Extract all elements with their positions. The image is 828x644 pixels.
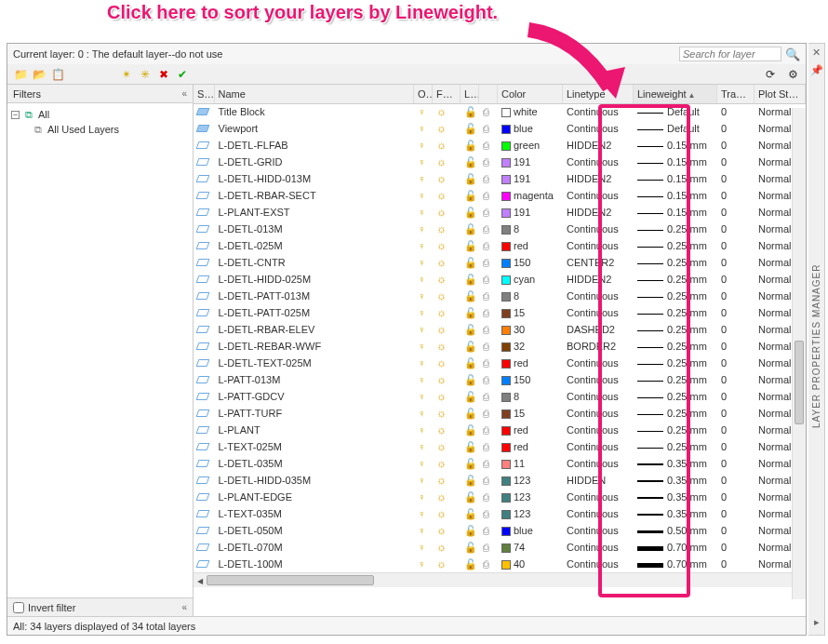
cell-name[interactable]: L-DETL-PATT-025M <box>214 304 414 321</box>
sun-icon[interactable]: ☼ <box>436 289 447 302</box>
cell-linetype[interactable]: Continuous <box>563 455 634 472</box>
lightbulb-icon[interactable]: ♀ <box>418 207 425 218</box>
cell-linetype[interactable]: Continuous <box>563 539 634 556</box>
lock-icon[interactable]: 🔓 <box>464 274 477 285</box>
lightbulb-icon[interactable]: ♀ <box>418 324 425 335</box>
lock-icon[interactable]: 🔓 <box>464 458 477 469</box>
menu-icon[interactable]: ▸ <box>814 616 820 631</box>
lightbulb-icon[interactable]: ♀ <box>418 441 425 452</box>
lock-icon[interactable]: 🔓 <box>464 508 477 519</box>
cell-transparency[interactable]: 0 <box>717 271 755 288</box>
printer-icon[interactable]: ⎙ <box>483 307 489 318</box>
lightbulb-icon[interactable]: ♀ <box>418 140 425 151</box>
cell-transparency[interactable]: 0 <box>717 556 755 572</box>
lock-icon[interactable]: 🔓 <box>464 525 477 536</box>
cell-transparency[interactable]: 0 <box>717 204 755 221</box>
cell-color[interactable]: 150 <box>498 254 563 271</box>
cell-color[interactable]: 8 <box>498 388 563 405</box>
table-row[interactable]: L-DETL-PATT-025M♀☼🔓⎙15Continuous0.25 mm0… <box>194 304 806 321</box>
lock-icon[interactable]: 🔓 <box>464 408 477 419</box>
printer-icon[interactable]: ⎙ <box>483 458 489 469</box>
lock-icon[interactable]: 🔓 <box>464 290 477 302</box>
cell-lineweight[interactable]: 0.25 mm <box>634 338 717 355</box>
scroll-thumb[interactable] <box>795 341 804 424</box>
cell-transparency[interactable]: 0 <box>717 388 755 405</box>
sun-icon[interactable]: ☼ <box>436 273 447 286</box>
lightbulb-icon[interactable]: ♀ <box>418 542 425 553</box>
cell-transparency[interactable]: 0 <box>717 371 755 388</box>
tree-node-used[interactable]: ⧉ All Used Layers <box>9 122 191 137</box>
cell-linetype[interactable]: Continuous <box>563 154 634 170</box>
cell-linetype[interactable]: HIDDEN2 <box>563 271 634 288</box>
lightbulb-icon[interactable]: ♀ <box>418 106 425 117</box>
lock-icon[interactable]: 🔓 <box>464 207 477 218</box>
printer-icon[interactable]: ⎙ <box>483 223 489 235</box>
lock-icon[interactable]: 🔓 <box>464 424 477 436</box>
cell-lineweight[interactable]: Default <box>634 120 717 137</box>
lightbulb-icon[interactable]: ♀ <box>418 190 425 201</box>
new-layer-vp-icon[interactable]: ✳ <box>138 67 153 82</box>
sun-icon[interactable]: ☼ <box>436 457 447 470</box>
lightbulb-icon[interactable]: ♀ <box>418 491 425 503</box>
cell-name[interactable]: L-PATT-013M <box>214 371 414 388</box>
sun-icon[interactable]: ☼ <box>436 440 447 453</box>
cell-linetype[interactable]: Continuous <box>563 489 634 505</box>
lock-icon[interactable]: 🔓 <box>464 190 477 201</box>
printer-icon[interactable]: ⎙ <box>483 240 489 251</box>
horizontal-scrollbar[interactable]: ◀ ▶ <box>194 572 806 587</box>
table-row[interactable]: L-PLANT-EDGE♀☼🔓⎙123Continuous0.35 mm0Nor… <box>194 489 806 505</box>
lock-icon[interactable]: 🔓 <box>464 324 477 335</box>
cell-transparency[interactable]: 0 <box>717 338 755 355</box>
new-group-filter-icon[interactable]: 📂 <box>32 67 47 82</box>
lightbulb-icon[interactable]: ♀ <box>418 240 425 251</box>
scroll-thumb[interactable] <box>207 575 374 585</box>
cell-color[interactable]: 150 <box>498 371 563 388</box>
col-transparency[interactable]: Tran... <box>717 85 755 103</box>
sun-icon[interactable]: ☼ <box>436 189 447 202</box>
lock-icon[interactable]: 🔓 <box>464 475 477 486</box>
sun-icon[interactable]: ☼ <box>436 256 447 269</box>
cell-color[interactable]: blue <box>498 522 563 539</box>
sun-icon[interactable]: ☼ <box>436 155 447 168</box>
sun-icon[interactable]: ☼ <box>436 239 447 252</box>
cell-linetype[interactable]: HIDDEN <box>563 472 634 489</box>
cell-transparency[interactable]: 0 <box>717 489 755 505</box>
cell-transparency[interactable]: 0 <box>717 120 755 137</box>
vertical-scrollbar[interactable] <box>792 108 806 599</box>
cell-linetype[interactable]: Continuous <box>563 405 634 422</box>
tree-node-all[interactable]: −⧉ All <box>9 107 191 122</box>
cell-color[interactable]: red <box>498 422 563 438</box>
lightbulb-icon[interactable]: ♀ <box>418 558 425 570</box>
cell-linetype[interactable]: Continuous <box>563 288 634 304</box>
cell-color[interactable]: 40 <box>498 556 563 572</box>
cell-linetype[interactable]: HIDDEN2 <box>563 204 634 221</box>
cell-lineweight[interactable]: 0.15 mm <box>634 137 717 154</box>
cell-linetype[interactable]: Continuous <box>563 187 634 204</box>
table-row[interactable]: L-TEXT-025M♀☼🔓⎙redContinuous0.25 mm0Norm… <box>194 438 806 455</box>
table-row[interactable]: L-DETL-013M♀☼🔓⎙8Continuous0.25 mm0Normal <box>194 221 806 237</box>
cell-lineweight[interactable]: 0.25 mm <box>634 304 717 321</box>
lock-icon[interactable]: 🔓 <box>464 140 477 151</box>
col-freeze[interactable]: Fre... <box>433 85 461 103</box>
cell-transparency[interactable]: 0 <box>717 539 755 556</box>
cell-linetype[interactable]: DASHED2 <box>563 321 634 338</box>
lightbulb-icon[interactable]: ♀ <box>418 257 425 268</box>
table-row[interactable]: L-DETL-CNTR♀☼🔓⎙150CENTER20.25 mm0Normal <box>194 254 806 271</box>
cell-color[interactable]: red <box>498 237 563 254</box>
col-status[interactable]: S... <box>194 85 214 103</box>
sun-icon[interactable]: ☼ <box>436 122 447 135</box>
cell-color[interactable]: green <box>498 137 563 154</box>
table-row[interactable]: L-PLANT-EXST♀☼🔓⎙191HIDDEN20.15 mm0Normal <box>194 204 806 221</box>
table-row[interactable]: L-DETL-RBAR-SECT♀☼🔓⎙magentaContinuous0.1… <box>194 187 806 204</box>
cell-name[interactable]: L-PLANT <box>214 422 414 438</box>
cell-transparency[interactable]: 0 <box>717 405 755 422</box>
lightbulb-icon[interactable]: ♀ <box>418 458 425 469</box>
search-input[interactable] <box>679 47 781 61</box>
cell-lineweight[interactable]: 0.25 mm <box>634 371 717 388</box>
cell-name[interactable]: L-DETL-REBAR-WWF <box>214 338 414 355</box>
lock-icon[interactable]: 🔓 <box>464 542 477 553</box>
cell-name[interactable]: L-DETL-050M <box>214 522 414 539</box>
filter-tree[interactable]: −⧉ All ⧉ All Used Layers <box>7 103 193 597</box>
sun-icon[interactable]: ☼ <box>436 390 447 403</box>
cell-linetype[interactable]: Continuous <box>563 438 634 455</box>
